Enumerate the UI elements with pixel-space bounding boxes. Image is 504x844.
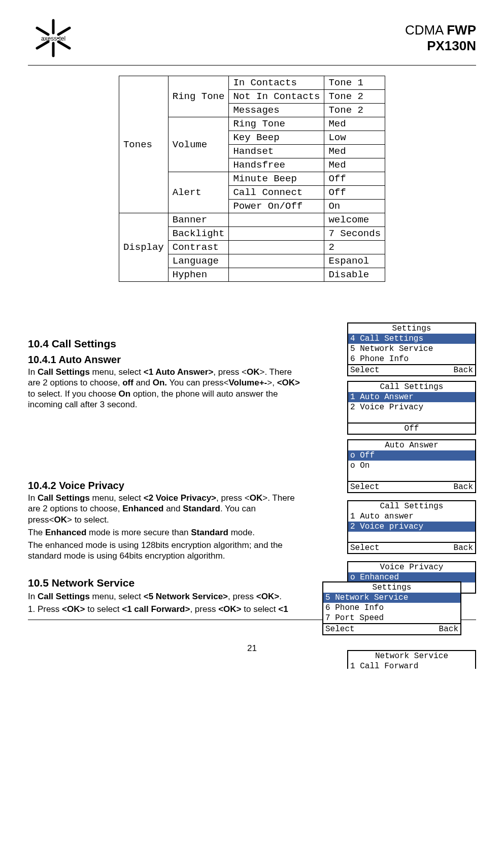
menu-item[interactable]: 4 Call Settings: [348, 334, 475, 344]
cell: Espanol: [324, 254, 385, 268]
screen-title: Network Service: [348, 651, 475, 661]
svg-line-3: [58, 42, 70, 48]
auto-answer-text: In Call Settings menu, select <1 Auto An…: [28, 367, 302, 410]
cell: 2: [324, 241, 385, 254]
svg-text:axess•tel: axess•tel: [41, 35, 65, 42]
cell: Power On/Off: [229, 200, 324, 213]
cell: Tones: [119, 76, 168, 213]
cell: Med: [324, 145, 385, 158]
content-sections: Settings 4 Call Settings 5 Network Servi…: [28, 338, 476, 614]
screen-title: Call Settings: [348, 382, 475, 392]
softkey-right[interactable]: Back: [454, 543, 473, 553]
voice-privacy-text-3: The enhanced mode is using 128bits encry…: [28, 540, 302, 562]
cell: Contrast: [168, 241, 229, 254]
cell: Tone 2: [324, 104, 385, 117]
network-service-text-1: In Call Settings menu, select <5 Network…: [28, 591, 302, 602]
screen-title: Call Settings: [348, 501, 475, 511]
menu-item[interactable]: 1 Auto answer: [348, 511, 475, 522]
settings-table: TonesRing ToneIn ContactsTone 1 Not In C…: [119, 76, 385, 282]
softkey-right[interactable]: Back: [454, 365, 473, 375]
softkey-right[interactable]: Back: [439, 624, 458, 634]
svg-line-5: [58, 28, 70, 35]
cell: Key Beep: [229, 131, 324, 145]
voice-privacy-text-1: In Call Settings menu, select <2 Voice P…: [28, 493, 302, 525]
cell: Display: [119, 213, 168, 282]
menu-item[interactable]: 2 Voice privacy: [348, 522, 475, 532]
cell: Handset: [229, 145, 324, 158]
page-header: axess•tel CDMA FWP PX130N: [28, 15, 476, 66]
menu-item[interactable]: 1 Call Forward: [348, 661, 475, 669]
screen-title: Settings: [348, 323, 475, 334]
softkey-left[interactable]: Select: [325, 624, 355, 634]
menu-item[interactable]: 5 Network Service: [323, 593, 460, 603]
cell: Language: [168, 254, 229, 268]
cell: Tone 1: [324, 76, 385, 90]
cell: Handsfree: [229, 158, 324, 172]
cell: [229, 213, 324, 227]
menu-item[interactable]: 6 Phone Info: [323, 603, 460, 613]
menu-item[interactable]: 6 Phone Info: [348, 354, 475, 364]
cell: [229, 254, 324, 268]
product-line2: PX130N: [405, 38, 476, 54]
softkey-left[interactable]: Select: [350, 365, 380, 375]
cell: Alert: [168, 172, 229, 213]
cell: In Contacts: [229, 76, 324, 90]
cell: Low: [324, 131, 385, 145]
phone-screen-settings: Settings 4 Call Settings 5 Network Servi…: [347, 322, 476, 376]
cell: Med: [324, 158, 385, 172]
cell: Hyphen: [168, 268, 229, 282]
cell: Off: [324, 172, 385, 186]
menu-item[interactable]: 7 Port Speed: [323, 613, 460, 623]
cell: Not In Contacts: [229, 90, 324, 104]
phone-screen-settings-2: Settings 5 Network Service 6 Phone Info …: [322, 581, 461, 635]
brand-logo-icon: axess•tel: [28, 15, 79, 61]
cell: [229, 268, 324, 282]
svg-line-4: [37, 42, 48, 48]
menu-item[interactable]: 5 Network Service: [348, 344, 475, 354]
softkey-left[interactable]: Select: [350, 543, 380, 553]
cell: Minute Beep: [229, 172, 324, 186]
phone-screen-auto-answer: Auto Answer o Off o On SelectBack: [347, 439, 476, 493]
menu-item[interactable]: 1 Auto Answer: [348, 392, 475, 402]
softkey-center[interactable]: Off: [348, 423, 475, 434]
cell: Volume: [168, 117, 229, 172]
option-item[interactable]: o Off: [348, 450, 475, 461]
phone-screen-network-service: Network Service 1 Call Forward 2 Call Wa…: [347, 650, 476, 669]
cell: On: [324, 200, 385, 213]
cell: Call Connect: [229, 186, 324, 200]
cell: Backlight: [168, 227, 229, 241]
screen-title: Voice Privacy: [348, 562, 475, 572]
cell: Disable: [324, 268, 385, 282]
softkey-left[interactable]: Select: [350, 482, 380, 492]
cell: 7 Seconds: [324, 227, 385, 241]
menu-item[interactable]: 2 Voice Privacy: [348, 402, 475, 412]
phone-screen-call-settings: Call Settings 1 Auto Answer 2 Voice Priv…: [347, 381, 476, 435]
screen-title: Auto Answer: [348, 440, 475, 450]
cell: Ring Tone: [168, 76, 229, 117]
cell: Messages: [229, 104, 324, 117]
option-item[interactable]: o Enhanced: [348, 572, 475, 582]
cell: Tone 2: [324, 90, 385, 104]
cell: Off: [324, 186, 385, 200]
cell: Banner: [168, 213, 229, 227]
cell: Ring Tone: [229, 117, 324, 131]
phone-screen-call-settings-2: Call Settings 1 Auto answer 2 Voice priv…: [347, 500, 476, 554]
network-service-text-2: 1. Press <OK> to select <1 call Forward>…: [28, 604, 302, 614]
voice-privacy-text-2: The Enhanced mode is more secure than St…: [28, 527, 302, 538]
option-item[interactable]: o On: [348, 461, 475, 471]
cell: [229, 227, 324, 241]
product-line1b: FWP: [447, 22, 476, 38]
cell: [229, 241, 324, 254]
cell: welcome: [324, 213, 385, 227]
cell: Med: [324, 117, 385, 131]
softkey-right[interactable]: Back: [454, 482, 473, 492]
product-title: CDMA FWP PX130N: [405, 22, 476, 54]
screen-title: Settings: [323, 582, 460, 593]
svg-line-2: [37, 28, 48, 35]
product-line1a: CDMA: [405, 22, 447, 38]
